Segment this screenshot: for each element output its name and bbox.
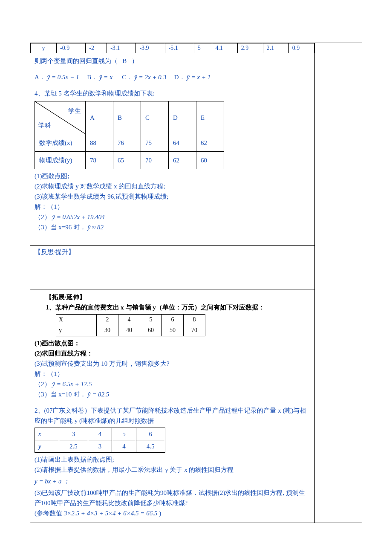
t2-h0: x	[35, 428, 59, 440]
r1-0: 88	[86, 134, 113, 152]
top-y-v7: 2.9	[237, 43, 263, 53]
document-frame: y -0.9 -2 -3.1 -3.9 -5.1 5 4.1 2.9 2.1 0…	[30, 43, 362, 523]
q4-sol2-eq: ŷ = 0.652x + 19.404	[52, 214, 105, 220]
ext-sol3-eq: ŷ = 82.5	[88, 391, 110, 398]
ext-sol-label: 解：（1）	[35, 369, 310, 379]
ref-label: (参考数值	[35, 510, 62, 517]
top-y-v6: 4.1	[212, 43, 237, 53]
q4-sol3-prefix: （3）当 x=96 时，	[35, 224, 86, 231]
opt-c-label: C．	[122, 74, 133, 81]
r2-1: 65	[113, 152, 141, 169]
top-y-v3: -3.9	[136, 43, 165, 53]
ext-table-1: X 2 4 5 6 8 y 30 40 60 50 70	[56, 314, 205, 336]
t1-h3: 5	[140, 315, 162, 325]
top-y-table: y -0.9 -2 -3.1 -3.9 -5.1 5 4.1 2.9 2.1 0…	[30, 43, 314, 53]
row2-label: 物理成绩(y)	[35, 152, 86, 169]
q4-p2: (2)求物理成绩 y 对数学成绩 x 的回归直线方程;	[35, 181, 310, 191]
q4-sol-label: 解：（1）	[35, 202, 310, 212]
t1-h1: 2	[97, 315, 118, 325]
r1-2: 75	[141, 134, 169, 152]
ext-table-2: x 3 4 5 6 y 2.5 3 4 4.5	[35, 428, 165, 453]
r2-3: 62	[169, 152, 196, 169]
subject-table: 学生 学科 A B C D E 数学成绩(x) 88 76 75	[35, 101, 224, 169]
side-column	[315, 43, 362, 523]
opt-d-label: D．	[174, 74, 185, 81]
main-column: y -0.9 -2 -3.1 -3.9 -5.1 5 4.1 2.9 2.1 0…	[30, 43, 315, 523]
opt-a-eq: ŷ = 0.5x − 1	[47, 74, 79, 81]
row1-label: 数学成绩(x)	[35, 134, 86, 152]
ext-q2-stem: 2、(07广东文科卷）下表提供了某厂节能降耗技术改造后生产甲产品过程中记录的产量…	[35, 405, 310, 426]
diag-top-label: 学生	[68, 106, 81, 116]
col-e: E	[196, 101, 224, 134]
opt-c-eq: ŷ = 2x + 0.3	[134, 74, 166, 81]
opt-a-label: A．	[35, 74, 46, 81]
q2-p1: (1)请画出上表数据的散点图;	[35, 454, 310, 465]
q4-sol3-eq: ŷ ≈ 82	[88, 224, 104, 231]
t2-h3: 5	[112, 428, 136, 440]
ext-p2: (2)求回归直线方程：	[35, 348, 310, 358]
col-b: B	[113, 101, 141, 134]
t2-h1: 3	[59, 428, 88, 440]
q3-answer: B	[122, 58, 127, 64]
ext-p3: (3)试预测宣传费支出为 10 万元时，销售额多大?	[35, 358, 310, 369]
top-y-v2: -3.1	[107, 43, 136, 53]
t1-h4: 6	[162, 315, 184, 325]
top-y-v9: 0.9	[288, 43, 314, 53]
q2-p2a: (2)请根据上表提供的数据，用最小二乘法求出 y 关于 x 的线性回归方程	[35, 465, 310, 475]
q4-p1: (1)画散点图;	[35, 171, 310, 181]
t2-r0: y	[35, 440, 59, 452]
top-y-v8: 2.1	[263, 43, 288, 53]
reflect-section: 【反思·提升】	[30, 245, 314, 289]
top-y-v1: -2	[86, 43, 107, 53]
opt-b-label: B．	[87, 74, 98, 81]
q4-sol2-prefix: （2）	[35, 214, 51, 220]
r2-4: 60	[196, 152, 224, 169]
r2-2: 70	[141, 152, 169, 169]
t2-r4: 4.5	[136, 440, 165, 452]
top-y-v5: 5	[194, 43, 212, 53]
t1-r4: 50	[162, 325, 184, 336]
q4-p3: (3)该班某学生数学成绩为 96,试预测其物理成绩;	[35, 191, 310, 202]
q4-title: 4、某班 5 名学生的数学和物理成绩如下表:	[35, 88, 310, 98]
r2-0: 78	[86, 152, 113, 169]
t1-r5: 70	[184, 325, 205, 336]
diag-header-cell: 学生 学科	[35, 101, 86, 134]
opt-d-eq: ŷ = x + 1	[187, 74, 210, 81]
col-c: C	[141, 101, 169, 134]
t1-r3: 60	[140, 325, 162, 336]
ext-title: 【拓展·延伸】	[46, 292, 310, 302]
q3-stem-prefix: 则两个变量间的回归直线为（	[35, 58, 118, 64]
t2-r1: 2.5	[59, 440, 88, 452]
r1-4: 62	[196, 134, 224, 152]
q3-stem-suffix: ）	[132, 58, 138, 64]
reflect-title: 【反思·提升】	[35, 249, 75, 255]
t1-h2: 4	[118, 315, 140, 325]
top-y-v0: -0.9	[57, 43, 86, 53]
ext-sol2-prefix: （2）	[35, 381, 51, 387]
col-a: A	[86, 101, 113, 134]
t1-r1: 30	[97, 325, 118, 336]
ext-sol2-eq: ŷ = 6.5x + 17.5	[52, 381, 92, 387]
t1-h5: 8	[184, 315, 205, 325]
t1-r0: y	[56, 325, 97, 336]
ext-p1: (1)画出散点图：	[35, 338, 310, 348]
r1-1: 76	[113, 134, 141, 152]
ext-q1-stem: 1、某种产品的宣传费支出 x 与销售额 y（单位：万元）之间有如下对应数据：	[46, 302, 310, 312]
t2-r3: 4	[112, 440, 136, 452]
col-d: D	[169, 101, 196, 134]
opt-b-eq: ŷ = x	[99, 74, 112, 81]
ext-sol3-prefix: （3）当 x=10 时，	[35, 391, 86, 398]
q2-p3: (3)已知该厂技改前100吨甲产品的生产能耗为90吨标准煤．试根据(2)求出的线…	[35, 488, 310, 508]
t1-r2: 40	[118, 325, 140, 336]
q3-block: 则两个变量间的回归直线为（ B ） A． ŷ = 0.5x − 1 B． ŷ =…	[30, 53, 314, 245]
t2-r2: 3	[88, 440, 112, 452]
t2-h4: 6	[136, 428, 165, 440]
extension-section: 【拓展·延伸】 1、某种产品的宣传费支出 x 与销售额 y（单位：万元）之间有如…	[30, 289, 314, 523]
diag-bot-label: 学科	[38, 120, 51, 130]
t2-h2: 4	[88, 428, 112, 440]
top-y-v4: -5.1	[165, 43, 194, 53]
ref-tail: )	[159, 510, 161, 517]
top-y-label: y	[31, 43, 57, 53]
t1-h0: X	[56, 315, 97, 325]
q2-p2b: y = bx + a ；	[35, 476, 310, 486]
